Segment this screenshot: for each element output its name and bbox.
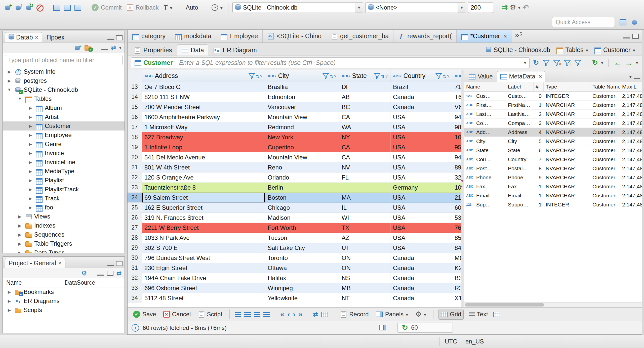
tree-item[interactable]: ▶ Indexes <box>3 221 125 230</box>
wrench-icon[interactable] <box>510 4 516 11</box>
cell-postalcode[interactable]: R3 <box>452 283 461 293</box>
cell-country[interactable]: Canada <box>390 102 452 112</box>
tree-item[interactable]: ▶ PlaylistTrack <box>3 185 125 194</box>
cell-state[interactable]: AB <box>339 92 390 102</box>
cell-state[interactable]: WI <box>339 213 390 223</box>
table-row[interactable]: 25 162 E Superior Street Chicago IL USA … <box>128 203 461 213</box>
cell-postalcode[interactable]: T6 <box>452 92 461 102</box>
cell-country[interactable]: USA <box>390 132 452 142</box>
metadata-row[interactable]: 123 Cus… Custo… 0 INTEGER Customer 2,147… <box>464 92 642 101</box>
minimize-icon[interactable] <box>634 75 640 79</box>
cell-address[interactable]: 700 W Pender Street <box>142 102 265 112</box>
cell-country[interactable]: USA <box>390 152 452 162</box>
table-row[interactable]: 32 194A Chain Lake Drive Halifax NS Cana… <box>128 273 461 283</box>
cell-city[interactable]: Madison <box>265 213 339 223</box>
cell-country[interactable]: Germany <box>390 183 452 193</box>
row-number[interactable]: 14 <box>128 92 142 102</box>
panels-button[interactable]: Panels <box>374 309 410 320</box>
cell-postalcode[interactable]: 10 <box>452 183 461 193</box>
column-header[interactable]: ABC Address <box>142 70 265 82</box>
cell-postalcode[interactable]: 71 <box>452 82 461 92</box>
filter-save-icon[interactable] <box>542 60 550 66</box>
context-datasource[interactable]: SQLite - Chinook.db <box>486 46 550 54</box>
view-menu-icon[interactable] <box>629 74 632 80</box>
refresh-icon[interactable]: ↻ <box>533 59 539 66</box>
cell-address[interactable]: 2211 W Berry Street <box>142 223 265 233</box>
tree-item[interactable]: ▶ Views <box>3 212 125 221</box>
cell-country[interactable]: Canada <box>390 273 452 283</box>
cell-postalcode[interactable]: 76 <box>452 223 461 233</box>
cell-city[interactable]: Mountain View <box>265 152 339 162</box>
expand-arrow-icon[interactable]: ▶ <box>6 290 12 294</box>
settings-button[interactable] <box>413 309 428 320</box>
gear-icon[interactable] <box>81 270 87 277</box>
table-row[interactable]: 21 801 W 4th Street Reno NV USA 89 <box>128 162 461 172</box>
chevron-down-icon[interactable] <box>633 46 635 54</box>
metadata-column-name[interactable]: ABC Cou… <box>464 156 506 162</box>
horizontal-scrollbar[interactable] <box>464 302 642 307</box>
cell-city[interactable]: New York <box>265 132 339 142</box>
view-menu-icon[interactable] <box>119 45 122 51</box>
cell-postalcode[interactable]: V6 <box>452 102 461 112</box>
cell-state[interactable] <box>339 183 390 193</box>
cell-state[interactable]: NV <box>339 162 390 172</box>
row-number[interactable]: 29 <box>128 243 142 253</box>
column-filter-control[interactable] <box>435 72 449 79</box>
tab-overflow-button[interactable]: 5 <box>512 30 525 42</box>
chevron-down-icon[interactable] <box>586 46 588 54</box>
tree-item[interactable]: ▶ Employee <box>3 130 125 140</box>
row-number[interactable]: 33 <box>128 283 142 293</box>
cell-city[interactable]: Edmonton <box>265 92 339 102</box>
sort-icon[interactable] <box>443 72 446 79</box>
expand-arrow-icon[interactable]: ▶ <box>27 196 33 201</box>
recent-sql-editor-icon[interactable] <box>73 3 82 12</box>
cell-country[interactable]: USA <box>390 233 452 243</box>
transaction-timeout-button[interactable] <box>210 4 224 11</box>
tab-properties[interactable]: Properties <box>130 45 176 56</box>
expand-arrow-icon[interactable]: ▶ <box>27 133 33 138</box>
cell-country[interactable]: USA <box>390 162 452 172</box>
cell-postalcode[interactable]: 94 <box>452 152 461 162</box>
table-row[interactable]: 30 796 Dundas Street West Toronto ON Can… <box>128 253 461 263</box>
expand-arrow-icon[interactable]: ▶ <box>6 299 12 303</box>
row-number[interactable]: 18 <box>128 132 142 142</box>
row-number[interactable]: 19 <box>128 142 142 152</box>
cell-state[interactable]: CA <box>339 152 390 162</box>
record-button[interactable]: Record <box>338 309 371 320</box>
tree-item[interactable]: ▶ Genre <box>3 140 125 149</box>
maximize-icon[interactable] <box>632 34 639 39</box>
row-number[interactable]: 34 <box>128 293 142 303</box>
table-row[interactable]: 31 230 Elgin Street Ottawa ON Canada K2 <box>128 263 461 273</box>
commit-button[interactable]: Commit <box>90 4 123 11</box>
tree-item[interactable]: ▼ ✓ SQLite - Chinook.db <box>3 85 125 94</box>
auto-refresh-icon[interactable]: ↻ <box>592 59 598 66</box>
cell-state[interactable]: TX <box>339 223 390 233</box>
cell-address[interactable]: 796 Dundas Street West <box>142 253 265 263</box>
sql-filter-input[interactable] <box>179 59 521 66</box>
table-row[interactable]: 29 302 S 700 E Salt Lake City UT USA 84 <box>128 243 461 253</box>
tree-item[interactable]: ▶ Customer <box>3 121 125 130</box>
calc-panel-icon[interactable] <box>493 311 500 317</box>
sort-icon[interactable] <box>330 72 333 79</box>
cell-city[interactable]: Brasília <box>265 82 339 92</box>
column-header[interactable]: ABC <box>452 70 461 82</box>
row-number[interactable]: 25 <box>128 203 142 213</box>
table-row[interactable]: 33 696 Osborne Street Winnipeg MB Canada… <box>128 283 461 293</box>
expand-arrow-icon[interactable]: ▶ <box>6 69 12 74</box>
metadata-row[interactable]: ABC Post… Postal… 8 NVARCHAR Customer 2,… <box>464 164 642 173</box>
metadata-column-name[interactable]: 123 Cus… <box>464 93 506 99</box>
cell-postalcode[interactable]: 95 <box>452 142 461 152</box>
expand-arrow-icon[interactable]: ▶ <box>6 308 12 313</box>
cell-postalcode[interactable]: K2 <box>452 263 461 273</box>
column-header-label[interactable]: Label <box>506 82 534 91</box>
cell-address[interactable]: 120 S Orange Ave <box>142 172 265 183</box>
expand-arrow-icon[interactable]: ▶ <box>17 250 23 253</box>
mute-notifications-icon[interactable] <box>35 3 44 12</box>
tab-metadata[interactable]: MetaData × <box>497 71 545 82</box>
metadata-row[interactable]: ABC Email Email 1 NVARCHAR Customer 2,14… <box>464 191 642 200</box>
metadata-column-name[interactable]: 123 Sup… <box>464 202 506 208</box>
tree-item[interactable]: ▶ postgres <box>3 76 125 85</box>
metadata-column-name[interactable]: ABC First… <box>464 102 506 108</box>
editor-tab[interactable]: rewards_report( <box>393 30 456 42</box>
cell-postalcode[interactable]: 84 <box>452 243 461 253</box>
